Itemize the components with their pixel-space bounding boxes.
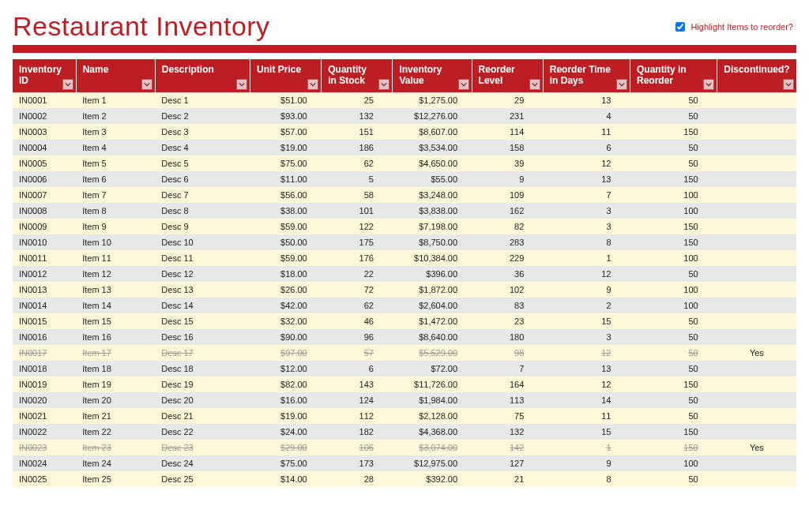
cell-desc: Desc 10 [155,234,250,250]
column-label: Quantityin Stock [328,64,367,86]
cell-price: $29.00 [250,440,322,455]
cell-qty: 112 [322,408,393,424]
column-header-value: InventoryValue [393,59,472,92]
highlight-reorder-checkbox[interactable]: Highlight Items to reorder? [672,20,796,34]
table-row[interactable]: IN0005Item 5Desc 5$75.0062$4,650.0039125… [13,155,796,171]
cell-reorder: 29 [472,92,543,108]
cell-price: $56.00 [250,187,322,203]
cell-price: $11.00 [250,171,322,187]
cell-price: $12.00 [250,361,322,377]
cell-qty: 28 [322,471,393,487]
cell-qty: 173 [322,455,393,471]
cell-id: IN0024 [13,455,76,471]
cell-qty: 175 [322,234,393,250]
cell-qty: 96 [322,329,393,345]
cell-desc: Desc 16 [155,329,250,345]
table-row[interactable]: IN0012Item 12Desc 12$18.0022$396.0036125… [13,266,796,282]
cell-desc: Desc 25 [155,471,250,487]
cell-value: $2,128.00 [393,408,472,424]
cell-qty: 124 [322,392,393,408]
inventory-table: InventoryIDNameDescriptionUnit PriceQuan… [13,59,796,487]
cell-value: $11,726.00 [393,377,472,392]
cell-desc: Desc 11 [155,250,250,266]
table-row[interactable]: IN0006Item 6Desc 6$11.005$55.00913150 [13,171,796,187]
cell-price: $19.00 [250,408,322,424]
filter-dropdown-icon[interactable] [616,79,627,90]
table-row[interactable]: IN0022Item 22Desc 22$24.00182$4,368.0013… [13,424,796,440]
cell-desc: Desc 22 [155,424,250,440]
filter-dropdown-icon[interactable] [307,79,318,90]
cell-id: IN0019 [13,377,76,392]
highlight-checkbox-input[interactable] [675,22,685,32]
cell-disc [717,408,796,424]
filter-dropdown-icon[interactable] [378,79,389,90]
table-row[interactable]: IN0013Item 13Desc 13$26.0072$1,872.00102… [13,282,796,298]
table-row[interactable]: IN0015Item 15Desc 15$32.0046$1,472.00231… [13,313,796,329]
filter-dropdown-icon[interactable] [236,79,247,90]
cell-id: IN0014 [13,298,76,313]
table-header-row: InventoryIDNameDescriptionUnit PriceQuan… [13,59,796,92]
cell-qreorder: 50 [630,92,717,108]
cell-qty: 72 [322,282,393,298]
cell-qty: 6 [322,361,393,377]
cell-qty: 62 [322,155,393,171]
table-row[interactable]: IN0014Item 14Desc 14$42.0062$2,604.00832… [13,298,796,313]
table-row[interactable]: IN0003Item 3Desc 3$57.00151$8,607.001141… [13,124,796,140]
filter-dropdown-icon[interactable] [529,79,540,90]
cell-price: $16.00 [250,392,322,408]
cell-time: 2 [543,298,630,313]
cell-qreorder: 50 [630,313,717,329]
table-row[interactable]: IN0023Item 23Desc 23$29.00106$3,074.0014… [13,440,796,455]
cell-desc: Desc 21 [155,408,250,424]
filter-dropdown-icon[interactable] [62,79,73,90]
cell-desc: Desc 17 [155,345,250,361]
cell-time: 13 [543,361,630,377]
cell-value: $392.00 [393,471,472,487]
cell-reorder: 158 [472,140,543,155]
cell-reorder: 98 [472,345,543,361]
filter-dropdown-icon[interactable] [783,79,794,90]
table-row[interactable]: IN0004Item 4Desc 4$19.00186$3,534.001586… [13,140,796,155]
cell-disc [717,219,796,234]
cell-desc: Desc 18 [155,361,250,377]
cell-desc: Desc 9 [155,219,250,234]
cell-desc: Desc 1 [155,92,250,108]
cell-name: Item 6 [76,171,155,187]
filter-dropdown-icon[interactable] [703,79,714,90]
table-row[interactable]: IN0001Item 1Desc 1$51.0025$1,275.0029135… [13,92,796,108]
cell-value: $1,872.00 [393,282,472,298]
cell-qreorder: 100 [630,455,717,471]
cell-qreorder: 50 [630,329,717,345]
table-row[interactable]: IN0019Item 19Desc 19$82.00143$11,726.001… [13,377,796,392]
table-row[interactable]: IN0016Item 16Desc 16$90.0096$8,640.00180… [13,329,796,345]
cell-value: $4,650.00 [393,155,472,171]
filter-dropdown-icon[interactable] [458,79,469,90]
table-row[interactable]: IN0009Item 9Desc 9$59.00122$7,198.008231… [13,219,796,234]
table-row[interactable]: IN0017Item 17Desc 17$97.0057$5,529.00981… [13,345,796,361]
cell-disc [717,266,796,282]
cell-value: $10,384.00 [393,250,472,266]
table-row[interactable]: IN0018Item 18Desc 18$12.006$72.0071350 [13,361,796,377]
table-row[interactable]: IN0007Item 7Desc 7$56.0058$3,248.0010971… [13,187,796,203]
table-row[interactable]: IN0002Item 2Desc 2$93.00132$12,276.00231… [13,108,796,124]
cell-id: IN0005 [13,155,76,171]
cell-disc: Yes [717,440,796,455]
cell-reorder: 23 [472,313,543,329]
cell-qreorder: 50 [630,408,717,424]
cell-qreorder: 150 [630,424,717,440]
table-row[interactable]: IN0011Item 11Desc 11$59.00176$10,384.002… [13,250,796,266]
filter-dropdown-icon[interactable] [141,79,152,90]
cell-desc: Desc 19 [155,377,250,392]
cell-qty: 143 [322,377,393,392]
table-row[interactable]: IN0010Item 10Desc 10$50.00175$8,750.0028… [13,234,796,250]
highlight-checkbox-label: Highlight Items to reorder? [690,22,793,32]
cell-qty: 151 [322,124,393,140]
cell-id: IN0021 [13,408,76,424]
cell-price: $90.00 [250,329,322,345]
cell-reorder: 283 [472,234,543,250]
table-row[interactable]: IN0021Item 21Desc 21$19.00112$2,128.0075… [13,408,796,424]
table-row[interactable]: IN0025Item 25Desc 25$14.0028$392.0021850 [13,471,796,487]
table-row[interactable]: IN0020Item 20Desc 20$16.00124$1,984.0011… [13,392,796,408]
table-row[interactable]: IN0024Item 24Desc 24$75.00173$12,975.001… [13,455,796,471]
table-row[interactable]: IN0008Item 8Desc 8$38.00101$3,838.001623… [13,203,796,219]
